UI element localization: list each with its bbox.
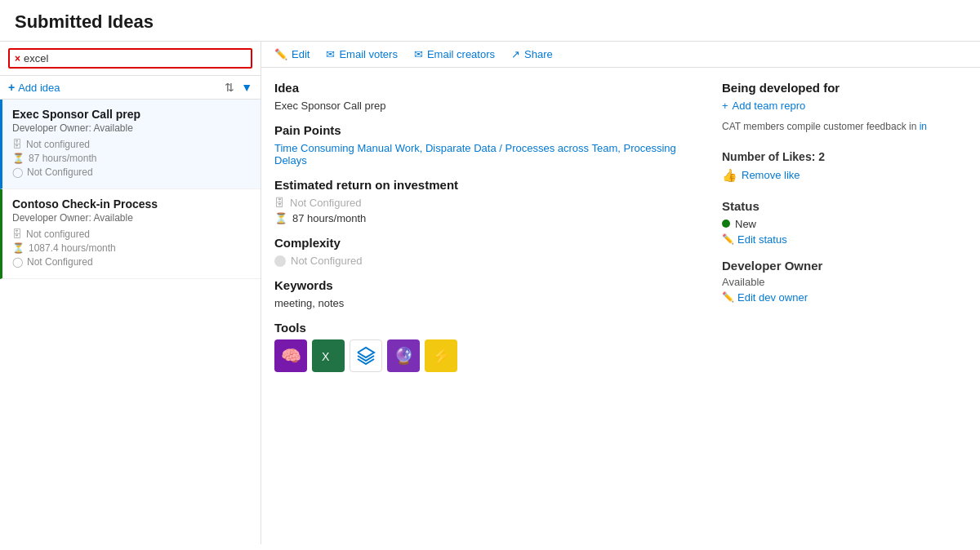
tool-icon-yellow: ⚡ <box>425 339 457 372</box>
email-voters-button[interactable]: ✉ Email voters <box>326 48 398 60</box>
right-panel: ✏️ Edit ✉ Email voters ✉ Email creators … <box>261 42 980 544</box>
being-developed-label: Being developed for <box>722 81 967 95</box>
complexity-circle-icon <box>274 255 286 267</box>
roi-hours-text: 87 hours/month <box>292 212 366 224</box>
complexity-icon: ◯ <box>12 166 23 178</box>
likes-section: Number of Likes: 2 👍 Remove like <box>722 150 967 183</box>
keywords-section: Keywords meeting, notes <box>274 278 702 309</box>
plus-icon: + <box>8 81 15 94</box>
idea-meta-complexity-text: Not Configured <box>27 256 93 268</box>
roi-section: 🗄 Not Configured ⏳ 87 hours/month <box>274 197 702 224</box>
tool-icon-automate <box>350 339 382 372</box>
main-column: Idea Exec Sponsor Call prep Pain Points … <box>274 81 702 531</box>
idea-owner: Developer Owner: Available <box>12 212 251 224</box>
pain-points-label: Pain Points <box>274 123 702 137</box>
right-column: Being developed for + Add team repro CAT… <box>722 81 967 531</box>
remove-like-label: Remove like <box>742 169 800 181</box>
toolbar-icons: ⇅ ▼ <box>225 81 252 94</box>
tools-label: Tools <box>274 321 702 335</box>
idea-title: Contoso Check-in Process <box>12 197 251 211</box>
idea-meta-storage-text: Not configured <box>26 139 90 150</box>
idea-meta-complexity: ◯ Not Configured <box>12 256 251 268</box>
cat-note-link[interactable]: in <box>920 121 927 132</box>
thumbs-up-icon: 👍 <box>722 168 737 183</box>
add-idea-button[interactable]: + Add idea <box>8 81 60 94</box>
complexity-value: Not Configured <box>291 255 362 267</box>
left-panel: × excel + Add idea ⇅ ▼ Exec Sponsor Call… <box>0 42 261 544</box>
share-icon: ↗ <box>511 48 520 60</box>
roi-hourglass-icon: ⏳ <box>274 212 287 224</box>
edit-dev-owner-label: Edit dev owner <box>737 291 808 304</box>
dev-owner-section: Developer Owner Available ✏️ Edit dev ow… <box>722 259 967 304</box>
complexity-icon: ◯ <box>12 256 23 268</box>
svg-text:X: X <box>322 350 330 363</box>
complexity-row: Not Configured <box>274 255 702 267</box>
idea-meta-storage-text: Not configured <box>26 228 90 240</box>
idea-section-value: Exec Sponsor Call prep <box>274 100 702 112</box>
tool-icon-purple: 🔮 <box>387 339 420 372</box>
dev-owner-title: Developer Owner <box>722 259 967 273</box>
idea-meta-complexity-text: Not Configured <box>27 166 93 178</box>
remove-like-button[interactable]: 👍 Remove like <box>722 168 967 183</box>
idea-meta-hours: ⏳ 87 hours/month <box>12 153 251 164</box>
content-area: Idea Exec Sponsor Call prep Pain Points … <box>261 68 980 544</box>
idea-item[interactable]: Contoso Check-in Process Developer Owner… <box>0 189 261 279</box>
status-title: Status <box>722 199 967 213</box>
keywords-value: meeting, notes <box>274 297 702 309</box>
dev-owner-value: Available <box>722 276 967 288</box>
page-title: Submitted Ideas <box>0 0 980 42</box>
status-row: New <box>722 218 967 230</box>
pain-points-value: Time Consuming Manual Work, Disparate Da… <box>274 142 702 166</box>
pencil-icon: ✏️ <box>722 233 734 245</box>
email-creators-label: Email creators <box>427 48 495 60</box>
edit-status-label: Edit status <box>737 233 787 246</box>
search-bar: × excel <box>0 42 261 76</box>
idea-meta-storage: 🗄 Not configured <box>12 228 251 240</box>
edit-button[interactable]: ✏️ Edit <box>274 48 310 60</box>
edit-dev-owner-button[interactable]: ✏️ Edit dev owner <box>722 291 967 304</box>
tools-section: Tools 🧠 X <box>274 321 702 372</box>
action-bar: ✏️ Edit ✉ Email voters ✉ Email creators … <box>261 42 980 68</box>
idea-title: Exec Sponsor Call prep <box>12 108 251 121</box>
being-developed-section: Being developed for + Add team repro CAT… <box>722 81 967 134</box>
cat-note: CAT members compile customer feedback in… <box>722 120 967 134</box>
cat-note-text: CAT members compile customer feedback in <box>722 121 916 132</box>
status-dot-icon <box>722 220 730 228</box>
search-clear-icon[interactable]: × <box>15 53 20 64</box>
tool-icons-row: 🧠 X <box>274 339 702 372</box>
edit-status-button[interactable]: ✏️ Edit status <box>722 233 967 246</box>
search-value: excel <box>24 52 48 64</box>
storage-icon: 🗄 <box>12 139 22 150</box>
add-team-repro-label: Add team repro <box>733 100 806 112</box>
pencil-icon: ✏️ <box>722 291 734 303</box>
hourglass-icon: ⏳ <box>12 242 24 254</box>
roi-hours-row: ⏳ 87 hours/month <box>274 212 702 224</box>
email-creators-button[interactable]: ✉ Email creators <box>414 48 495 60</box>
add-idea-row: + Add idea ⇅ ▼ <box>0 76 261 100</box>
share-label: Share <box>524 48 553 60</box>
roi-money-icon: 🗄 <box>274 197 285 209</box>
idea-meta-hours-text: 1087.4 hours/month <box>29 242 116 254</box>
sort-icon[interactable]: ⇅ <box>225 81 234 94</box>
search-box[interactable]: × excel <box>8 48 252 69</box>
hourglass-icon: ⏳ <box>12 153 24 164</box>
roi-not-configured-row: 🗄 Not Configured <box>274 197 702 209</box>
status-section: Status New ✏️ Edit status <box>722 199 967 246</box>
edit-icon: ✏️ <box>274 48 287 60</box>
idea-list: Exec Sponsor Call prep Developer Owner: … <box>0 100 261 544</box>
idea-section-label: Idea <box>274 81 702 95</box>
idea-meta-complexity: ◯ Not Configured <box>12 166 251 178</box>
keywords-label: Keywords <box>274 278 702 292</box>
filter-icon[interactable]: ▼ <box>241 81 252 94</box>
tool-icon-excel: X <box>312 339 345 372</box>
share-button[interactable]: ↗ Share <box>511 48 553 60</box>
idea-owner: Developer Owner: Available <box>12 122 251 134</box>
email-voters-label: Email voters <box>339 48 398 60</box>
idea-item[interactable]: Exec Sponsor Call prep Developer Owner: … <box>0 100 261 189</box>
email-creators-icon: ✉ <box>414 48 423 60</box>
likes-title: Number of Likes: 2 <box>722 150 967 163</box>
idea-meta-hours-text: 87 hours/month <box>29 153 96 164</box>
tool-icon-brain: 🧠 <box>274 339 307 372</box>
add-team-repro-button[interactable]: + Add team repro <box>722 100 967 112</box>
idea-meta-hours: ⏳ 1087.4 hours/month <box>12 242 251 254</box>
